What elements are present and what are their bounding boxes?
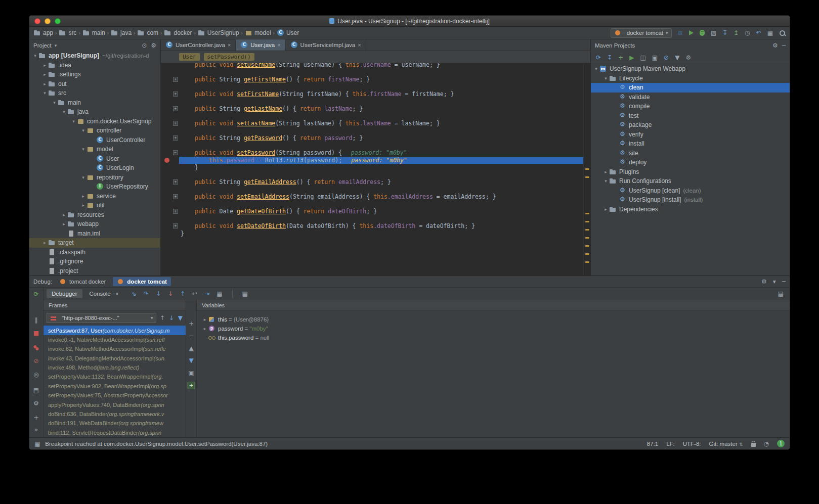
- expand-arrow-icon[interactable]: ▸: [61, 212, 67, 217]
- code-line[interactable]: public void setUserName(String userName)…: [161, 63, 583, 69]
- title-bar[interactable]: User.java - UserSignup - [~/git/registra…: [29, 16, 790, 27]
- collapse-arrow-icon[interactable]: ▾: [602, 178, 609, 184]
- editor-tab-user-java[interactable]: User.java×: [236, 39, 285, 51]
- project-item-controller[interactable]: ▾controller: [29, 126, 160, 135]
- expand-arrow-icon[interactable]: ▸: [602, 169, 609, 174]
- stack-frame[interactable]: setPropertyValue:902, BeanWrapperImpl (o…: [44, 382, 186, 391]
- collapse-arrow-icon[interactable]: ▾: [32, 53, 38, 58]
- warning-stripe-mark[interactable]: [585, 176, 589, 178]
- settings-icon[interactable]: ⚙: [151, 42, 156, 49]
- code-line[interactable]: +public String getPassword() { return pa…: [161, 134, 583, 142]
- warning-stripe-mark[interactable]: [585, 253, 589, 255]
- project-item-user[interactable]: User: [29, 154, 160, 164]
- breadcrumb-docker[interactable]: docker: [164, 29, 192, 36]
- collapse-arrow-icon[interactable]: ▾: [80, 175, 87, 180]
- caret-position[interactable]: 87:1: [647, 441, 658, 447]
- editor-breadcrumb-setpassword[interactable]: setPassword(): [204, 53, 254, 61]
- stack-frame[interactable]: applyPropertyValues:740, DataBinder (org…: [44, 400, 186, 409]
- code-blank-line[interactable]: [161, 142, 583, 150]
- search-icon[interactable]: [779, 30, 786, 36]
- thread-filter-icon[interactable]: ▼: [178, 315, 183, 321]
- code-blank-line[interactable]: [161, 171, 583, 179]
- project-item-webapp[interactable]: ▸webapp: [29, 219, 160, 229]
- pause-icon[interactable]: ∥: [35, 317, 38, 323]
- debug-tab-tomcat-docker[interactable]: tomcat docker: [55, 277, 110, 286]
- run-configuration-select[interactable]: docker tomcat ▾: [611, 28, 672, 38]
- project-item-gitignore[interactable]: .gitignore: [29, 257, 160, 266]
- stack-frame[interactable]: doBind:636, DataBinder (org.springframew…: [44, 409, 186, 419]
- add-watch-icon[interactable]: +: [189, 320, 194, 327]
- dependencies-icon[interactable]: ▣: [652, 55, 658, 61]
- variable-row[interactable]: ▸password = "m0by": [197, 324, 790, 333]
- collapse-arrow-icon[interactable]: ▾: [593, 66, 599, 71]
- maven-item-deploy[interactable]: deploy: [591, 158, 790, 167]
- line-ending-indicator[interactable]: LF:: [666, 441, 675, 447]
- project-item-app-usersignup[interactable]: ▾app [UserSignup]~/git/registration-d: [29, 51, 160, 61]
- warning-stripe-mark[interactable]: [585, 221, 589, 222]
- settings-icon[interactable]: ⚙: [761, 279, 767, 285]
- collapse-arrow-icon[interactable]: ▾: [61, 109, 67, 114]
- maven-item-test[interactable]: test: [591, 111, 790, 121]
- maven-item-install[interactable]: install: [591, 139, 790, 149]
- editor-tab-userserviceimpl-java[interactable]: UserServiceImpl.java×: [286, 39, 366, 51]
- project-item-main[interactable]: ▾main: [29, 98, 160, 108]
- hide-icon[interactable]: ─: [782, 42, 786, 49]
- code-line[interactable]: +public void setDateOfBirth(Date dateOfB…: [161, 222, 583, 230]
- variable-row[interactable]: ▸this = {User@8876}: [197, 315, 790, 324]
- maven-item-plugins[interactable]: ▸Plugins: [591, 167, 790, 177]
- breadcrumb-main[interactable]: main: [82, 29, 105, 36]
- chevron-down-icon[interactable]: ▾: [55, 43, 57, 48]
- new-watch-icon[interactable]: +: [188, 382, 195, 389]
- add-profile-icon[interactable]: +: [618, 55, 623, 61]
- fold-toggle-icon[interactable]: +: [173, 91, 178, 97]
- project-item-settings[interactable]: ▸.settings: [29, 70, 160, 79]
- restore-layout-icon[interactable]: ▤: [778, 291, 784, 297]
- drop-frame-icon[interactable]: ↩: [192, 291, 197, 297]
- project-item-usercontroller[interactable]: UserController: [29, 135, 160, 145]
- maven-settings-icon[interactable]: ⚙: [685, 55, 691, 61]
- project-item-userrepository[interactable]: UserRepository: [29, 182, 160, 192]
- encoding-indicator[interactable]: UTF-8:: [683, 441, 701, 447]
- stack-frame[interactable]: doBind:191, WebDataBinder (org.springfra…: [44, 419, 186, 428]
- run-icon[interactable]: [689, 30, 694, 35]
- locate-icon[interactable]: ⊙: [142, 42, 147, 49]
- code-blank-line[interactable]: [161, 186, 583, 194]
- thread-dump-icon[interactable]: ◎: [33, 372, 38, 378]
- fold-toggle-icon[interactable]: +: [173, 106, 178, 111]
- project-item-userlogin[interactable]: UserLogin: [29, 163, 160, 173]
- step-into-icon[interactable]: ↓: [156, 291, 161, 297]
- code-line[interactable]: +public void setEmailAddress(String emai…: [161, 193, 583, 201]
- coverage-icon[interactable]: ▧: [711, 30, 716, 36]
- maven-item-site[interactable]: site: [591, 149, 790, 158]
- rerun-icon[interactable]: ⟳: [33, 291, 38, 297]
- code-line[interactable]: +public String getEmailAddress() { retur…: [161, 178, 583, 186]
- breadcrumb-usersignup[interactable]: UserSignup: [198, 29, 239, 36]
- project-item-resources[interactable]: ▸resources: [29, 210, 160, 220]
- vcs-update-icon[interactable]: ↧: [722, 30, 727, 36]
- code-blank-line[interactable]: [161, 113, 583, 120]
- copy-stack-icon[interactable]: ▣: [188, 370, 194, 376]
- move-down-icon[interactable]: ▼: [189, 357, 193, 363]
- error-stripe[interactable]: [583, 63, 590, 276]
- maven-item-dependencies[interactable]: ▸Dependencies: [591, 205, 790, 214]
- warning-stripe-mark[interactable]: [585, 213, 589, 214]
- project-item-model[interactable]: ▾model: [29, 145, 160, 154]
- view-breakpoints-icon[interactable]: [33, 345, 39, 351]
- code-blank-line[interactable]: [161, 69, 583, 76]
- maven-item-usersignup-maven-webapp[interactable]: ▾UserSignup Maven Webapp: [591, 64, 790, 74]
- editor-breadcrumb-user[interactable]: User: [179, 53, 200, 61]
- code-line[interactable]: +public void setFirstName(String firstNa…: [161, 90, 583, 98]
- project-item-java[interactable]: ▾java: [29, 107, 160, 117]
- project-item-out[interactable]: ▸out: [29, 79, 160, 89]
- expand-arrow-icon[interactable]: ▸: [61, 221, 67, 226]
- variable-row[interactable]: this.password = null: [197, 333, 790, 342]
- inspections-profile-icon[interactable]: ◔: [764, 441, 769, 447]
- stack-frame[interactable]: invoke:498, Method (java.lang.reflect): [44, 363, 186, 372]
- view-as-table-icon[interactable]: ▦: [242, 291, 248, 297]
- expand-arrow-icon[interactable]: ▸: [41, 63, 48, 68]
- thread-selector[interactable]: "http-apr-8080-exec-..." ▾: [47, 313, 156, 323]
- maven-item-clean[interactable]: clean: [591, 83, 790, 93]
- remove-watch-icon[interactable]: −: [189, 333, 194, 339]
- expand-arrow-icon[interactable]: ▸: [202, 326, 208, 331]
- code-blank-line[interactable]: [161, 201, 583, 208]
